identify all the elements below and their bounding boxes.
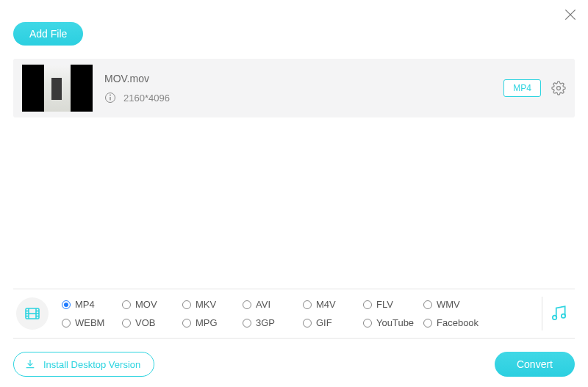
format-option-flv[interactable]: FLV xyxy=(363,299,423,310)
radio-icon xyxy=(363,300,372,309)
format-panel: MP4MOVMKVAVIM4VFLVWMVWEBMVOBMPG3GPGIFYou… xyxy=(13,289,575,339)
radio-icon xyxy=(243,319,251,328)
convert-button[interactable]: Convert xyxy=(495,352,575,377)
svg-point-4 xyxy=(110,95,111,96)
radio-icon xyxy=(303,300,312,309)
install-desktop-label: Install Desktop Version xyxy=(43,359,140,370)
svg-point-14 xyxy=(553,316,556,319)
target-format-button[interactable]: MP4 xyxy=(503,79,541,97)
format-option-m4v[interactable]: M4V xyxy=(303,299,363,310)
add-file-button[interactable]: Add File xyxy=(13,22,83,46)
radio-icon xyxy=(122,300,131,309)
format-option-mp4[interactable]: MP4 xyxy=(62,299,122,310)
format-option-label: VOB xyxy=(135,317,155,328)
radio-icon xyxy=(62,300,71,309)
footer: Install Desktop Version Convert xyxy=(13,352,575,377)
format-option-label: FLV xyxy=(376,299,393,310)
format-option-wmv[interactable]: WMV xyxy=(423,299,484,310)
gear-icon[interactable] xyxy=(551,81,566,95)
info-icon[interactable] xyxy=(104,92,116,104)
format-option-label: MP4 xyxy=(75,299,95,310)
format-option-label: MPG xyxy=(196,317,218,328)
format-option-youtube[interactable]: YouTube xyxy=(363,317,423,328)
video-icon[interactable] xyxy=(16,297,49,330)
format-option-label: WMV xyxy=(437,299,460,310)
radio-icon xyxy=(363,319,372,328)
radio-icon xyxy=(303,319,312,328)
format-option-vob[interactable]: VOB xyxy=(122,317,182,328)
format-option-gif[interactable]: GIF xyxy=(303,317,363,328)
format-option-3gp[interactable]: 3GP xyxy=(243,317,303,328)
format-option-mpg[interactable]: MPG xyxy=(182,317,243,328)
close-icon[interactable] xyxy=(563,7,578,22)
format-option-mov[interactable]: MOV xyxy=(122,299,182,310)
format-option-avi[interactable]: AVI xyxy=(243,299,303,310)
format-option-label: Facebook xyxy=(437,317,478,328)
format-option-label: MKV xyxy=(196,299,216,310)
radio-icon xyxy=(182,300,191,309)
format-option-label: WEBM xyxy=(75,317,104,328)
file-resolution: 2160*4096 xyxy=(123,93,170,104)
file-thumbnail[interactable] xyxy=(22,65,93,112)
radio-icon xyxy=(182,319,191,328)
format-option-label: YouTube xyxy=(376,317,414,328)
radio-icon xyxy=(122,319,131,328)
svg-point-15 xyxy=(562,314,565,318)
format-option-label: AVI xyxy=(256,299,270,310)
file-name: MOV.mov xyxy=(104,73,170,84)
radio-icon xyxy=(423,300,432,309)
format-option-label: 3GP xyxy=(256,317,275,328)
radio-icon xyxy=(62,319,71,328)
format-option-label: M4V xyxy=(316,299,336,310)
file-list-row: MOV.mov 2160*4096 MP4 xyxy=(13,59,575,117)
format-option-facebook[interactable]: Facebook xyxy=(423,317,484,328)
format-options: MP4MOVMKVAVIM4VFLVWMVWEBMVOBMPG3GPGIFYou… xyxy=(62,299,484,328)
format-option-label: MOV xyxy=(135,299,157,310)
audio-icon[interactable] xyxy=(542,304,575,323)
install-desktop-button[interactable]: Install Desktop Version xyxy=(13,352,154,377)
svg-point-5 xyxy=(557,87,561,90)
radio-icon xyxy=(243,300,251,309)
format-option-label: GIF xyxy=(316,317,332,328)
format-option-webm[interactable]: WEBM xyxy=(62,317,122,328)
format-option-mkv[interactable]: MKV xyxy=(182,299,243,310)
radio-icon xyxy=(423,319,432,328)
